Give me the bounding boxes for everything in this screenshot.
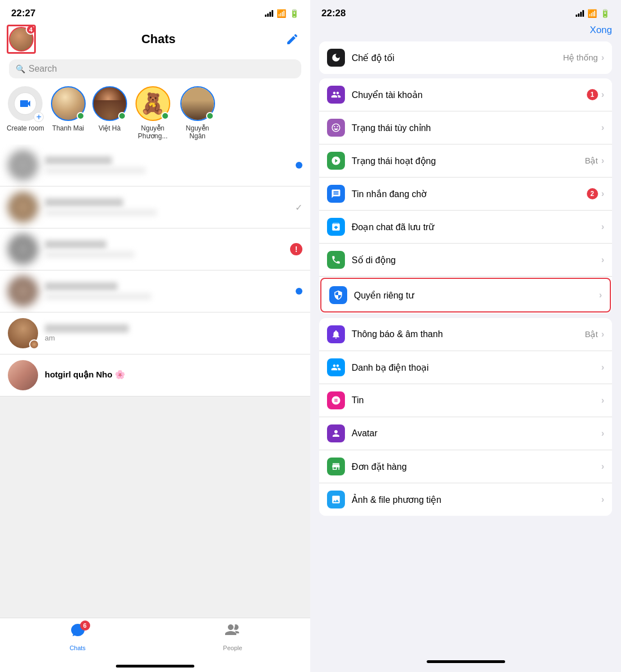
settings-row-notifications[interactable]: Thông báo & âm thanh Bật ›	[319, 318, 612, 351]
xong-button[interactable]: Xong	[590, 25, 612, 36]
chat-item[interactable]: hotgirl quận Nho 🌸	[0, 354, 310, 396]
settings-row-media[interactable]: Ảnh & file phương tiện ›	[319, 483, 612, 516]
settings-row-tin[interactable]: Tin ›	[319, 384, 612, 417]
settings-row-orders[interactable]: Đơn đặt hàng ›	[319, 450, 612, 483]
chevron-icon: ›	[601, 156, 604, 166]
left-panel: 22:27 📶 🔋 4 Chats �	[0, 0, 310, 672]
chat-content	[45, 156, 302, 174]
tin-icon-wrap	[327, 391, 345, 409]
compose-icon	[286, 32, 299, 46]
active-icon	[331, 156, 341, 166]
settings-row-privacy[interactable]: Quyền riêng tư ›	[320, 278, 611, 312]
profile-avatar-wrap[interactable]: 4	[9, 27, 34, 52]
chat-item[interactable]: am	[0, 312, 310, 354]
settings-section-2: Chuyển tài khoản 1 › Trạng thái tùy chỉn…	[319, 78, 612, 314]
switch-account-badge: 1	[587, 89, 598, 100]
chat-content: hotgirl quận Nho 🌸	[45, 370, 302, 381]
search-icon: 🔍	[16, 64, 25, 73]
nguyen-phuong-label: Nguyễn Phương...	[134, 124, 172, 140]
chat-avatar	[8, 150, 38, 180]
chevron-icon: ›	[601, 461, 604, 472]
chat-content	[45, 198, 302, 216]
right-wifi-icon: 📶	[587, 9, 597, 18]
signal-icon	[265, 10, 273, 17]
story-viet-ha[interactable]: Việt Hà	[92, 86, 127, 140]
chats-nav-badge: 6	[80, 620, 90, 631]
right-header: Xong	[310, 22, 621, 41]
moon-icon	[331, 53, 341, 63]
chat-item[interactable]: !	[0, 228, 310, 270]
right-panel: 22:28 📶 🔋 Xong Chế độ tối Hệ thống	[310, 0, 621, 672]
search-bar[interactable]: 🔍 Search	[9, 59, 301, 78]
people-nav-label: People	[223, 645, 242, 651]
settings-row-custom-status[interactable]: Trạng thái tùy chỉnh ›	[319, 111, 612, 144]
avatar-icon	[331, 428, 341, 438]
story-thanh-mai[interactable]: Thanh Mai	[51, 86, 86, 140]
orders-icon-wrap	[327, 458, 345, 475]
avatar-icon-wrap	[327, 424, 345, 442]
settings-list: Chế độ tối Hệ thống › Chuyển tài khoản 1…	[310, 41, 621, 656]
chat-avatar	[8, 360, 38, 390]
right-battery-icon: 🔋	[600, 9, 610, 18]
story-create-room[interactable]: + Create room	[7, 86, 44, 140]
privacy-icon-wrap	[329, 286, 347, 304]
contacts-icon	[331, 362, 341, 372]
settings-row-switch-account[interactable]: Chuyển tài khoản 1 ›	[319, 78, 612, 111]
notifications-label: Thông báo & âm thanh	[352, 329, 585, 339]
settings-row-archived[interactable]: Đoạn chat đã lưu trữ ›	[319, 211, 612, 244]
nav-chats[interactable]: 6 Chats	[0, 623, 155, 651]
settings-row-active-status[interactable]: Trạng thái hoạt động Bật ›	[319, 144, 612, 178]
chat-item[interactable]: ✓	[0, 186, 310, 228]
archive-icon	[331, 222, 341, 232]
story-nguyen-phuong[interactable]: 🧸 Nguyễn Phương...	[134, 86, 172, 140]
chat-name	[45, 324, 129, 333]
orders-label: Đơn đặt hàng	[352, 461, 601, 472]
chat-name	[45, 156, 112, 165]
chevron-icon: ›	[601, 222, 604, 232]
left-time: 22:27	[11, 8, 35, 19]
stories-icon	[331, 395, 341, 405]
contacts-label: Danh bạ điện thoại	[352, 362, 601, 373]
shield-icon	[333, 290, 343, 300]
settings-row-avatar[interactable]: Avatar ›	[319, 417, 612, 450]
chevron-icon: ›	[601, 494, 604, 505]
bottom-nav: 6 Chats People	[0, 618, 310, 665]
chat-content	[45, 240, 302, 258]
chevron-icon: ›	[601, 90, 604, 100]
settings-row-dark-mode[interactable]: Chế độ tối Hệ thống ›	[319, 41, 612, 74]
story-nguyen-ngan[interactable]: Nguyễn Ngân	[179, 86, 217, 140]
emoji-icon	[331, 123, 341, 133]
chat-name: hotgirl quận Nho 🌸	[45, 370, 302, 380]
dark-mode-icon-wrap	[327, 49, 345, 67]
nav-people[interactable]: People	[155, 623, 310, 651]
archived-icon-wrap	[327, 218, 345, 236]
search-placeholder-text: Search	[29, 64, 57, 74]
nguyen-phuong-avatar: 🧸	[136, 86, 170, 121]
tin-label: Tin	[352, 395, 601, 405]
chat-preview: am	[45, 334, 55, 342]
wifi-icon: 📶	[277, 9, 286, 18]
chat-item[interactable]	[0, 144, 310, 186]
settings-row-contacts[interactable]: Danh bạ điện thoại ›	[319, 351, 612, 384]
media-icon	[331, 494, 341, 505]
compose-button[interactable]	[283, 30, 301, 48]
right-status-bar: 22:28 📶 🔋	[310, 0, 621, 22]
online-indicator	[206, 112, 214, 120]
chat-name	[45, 240, 106, 249]
avatar-badge: 4	[26, 25, 36, 35]
pending-msg-badge: 2	[587, 188, 598, 199]
chat-preview	[45, 293, 151, 300]
online-indicator	[118, 112, 126, 120]
battery-icon: 🔋	[290, 9, 299, 18]
settings-row-phone[interactable]: Số di động ›	[319, 244, 612, 277]
chat-item[interactable]	[0, 270, 310, 312]
stories-row: + Create room Thanh Mai Việt Hà	[0, 84, 310, 144]
chevron-icon: ›	[601, 255, 604, 265]
chat-content: am	[45, 324, 302, 343]
chat-avatar	[8, 276, 38, 306]
chat-name	[45, 282, 118, 291]
settings-row-pending-msg[interactable]: Tin nhắn đang chờ 2 ›	[319, 178, 612, 211]
right-home-indicator	[427, 660, 505, 663]
phone-icon-wrap	[327, 251, 345, 269]
chat-preview	[45, 251, 134, 258]
